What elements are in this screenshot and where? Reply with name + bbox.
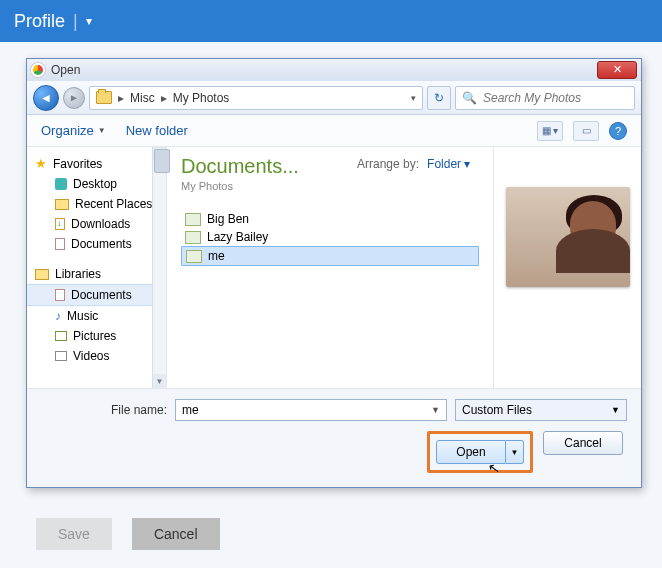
dialog-title: Open bbox=[51, 63, 591, 77]
filename-label: File name: bbox=[41, 403, 167, 417]
file-name: Lazy Bailey bbox=[207, 230, 268, 244]
preview-figure bbox=[570, 201, 616, 247]
open-dialog: Open ✕ ◄ ► ▸ Misc ▸ My Photos ▾ ↻ 🔍 Orga… bbox=[26, 58, 642, 488]
sidebar-scrollbar[interactable]: ▲ ▼ bbox=[152, 147, 166, 388]
titlebar: Open ✕ bbox=[27, 59, 641, 81]
page-button-row: Save Cancel bbox=[36, 518, 220, 550]
profile-label: Profile bbox=[14, 11, 65, 32]
image-icon bbox=[186, 250, 202, 263]
recent-icon bbox=[55, 199, 69, 210]
new-folder-button[interactable]: New folder bbox=[126, 123, 188, 138]
dialog-cancel-button[interactable]: Cancel bbox=[543, 431, 623, 455]
image-icon bbox=[185, 231, 201, 244]
sidebar: ★ Favorites Desktop Recent Places Downlo… bbox=[27, 147, 167, 388]
filename-combo[interactable]: me ▼ bbox=[175, 399, 447, 421]
libraries-label: Libraries bbox=[55, 267, 101, 281]
arrange-label: Arrange by: bbox=[357, 157, 419, 171]
breadcrumb-sep: ▸ bbox=[161, 91, 167, 105]
arrange-value[interactable]: Folder ▾ bbox=[427, 157, 470, 171]
chevron-down-icon[interactable]: ▼ bbox=[611, 405, 620, 415]
search-input[interactable] bbox=[483, 91, 628, 105]
back-button[interactable]: ◄ bbox=[33, 85, 59, 111]
breadcrumb-part[interactable]: Misc bbox=[130, 91, 155, 105]
chrome-icon bbox=[31, 63, 45, 77]
file-item[interactable]: Lazy Bailey bbox=[181, 228, 479, 246]
videos-icon bbox=[55, 351, 67, 361]
sidebar-item-documents[interactable]: Documents bbox=[27, 234, 166, 254]
file-row: File name: me ▼ Custom Files ▼ Open ▼ ↖ … bbox=[27, 388, 641, 487]
sidebar-item-lib-documents[interactable]: Documents bbox=[27, 284, 166, 306]
divider: | bbox=[73, 11, 78, 32]
sidebar-item-label: Documents bbox=[71, 237, 132, 251]
organize-menu[interactable]: Organize ▼ bbox=[41, 123, 106, 138]
arrange-value-text: Folder bbox=[427, 157, 461, 171]
open-dropdown[interactable]: ▼ bbox=[506, 440, 524, 464]
favorites-group: ★ Favorites Desktop Recent Places Downlo… bbox=[27, 153, 166, 254]
cancel-button[interactable]: Cancel bbox=[132, 518, 220, 550]
download-icon bbox=[55, 218, 65, 230]
file-list: Documents... My Photos Big Ben Lazy Bail… bbox=[167, 147, 493, 388]
help-icon[interactable]: ? bbox=[609, 122, 627, 140]
preview-pane-button[interactable]: ▭ bbox=[573, 121, 599, 141]
file-name: me bbox=[208, 249, 225, 263]
files: Big Ben Lazy Bailey me bbox=[181, 210, 479, 266]
dialog-body: ★ Favorites Desktop Recent Places Downlo… bbox=[27, 147, 641, 388]
preview-image bbox=[506, 187, 630, 287]
close-icon[interactable]: ✕ bbox=[597, 61, 637, 79]
sidebar-item-lib-videos[interactable]: Videos bbox=[27, 346, 166, 366]
folder-icon bbox=[96, 91, 112, 104]
desktop-icon bbox=[55, 178, 67, 190]
breadcrumb[interactable]: ▸ Misc ▸ My Photos ▾ bbox=[89, 86, 423, 110]
star-icon: ★ bbox=[35, 156, 47, 171]
sidebar-item-label: Desktop bbox=[73, 177, 117, 191]
scroll-down-icon[interactable]: ▼ bbox=[153, 374, 166, 388]
libraries-icon bbox=[35, 269, 49, 280]
save-button[interactable]: Save bbox=[36, 518, 112, 550]
sidebar-item-lib-music[interactable]: ♪Music bbox=[27, 306, 166, 326]
breadcrumb-sep: ▸ bbox=[118, 91, 124, 105]
sidebar-item-label: Documents bbox=[71, 288, 132, 302]
sidebar-item-label: Videos bbox=[73, 349, 109, 363]
favorites-header[interactable]: ★ Favorites bbox=[27, 153, 166, 174]
chevron-down-icon[interactable]: ▼ bbox=[431, 405, 440, 415]
file-item-selected[interactable]: me bbox=[181, 246, 479, 266]
chevron-down-icon[interactable]: ▾ bbox=[86, 14, 92, 28]
main-area: Documents... My Photos Big Ben Lazy Bail… bbox=[167, 147, 641, 388]
scroll-thumb[interactable] bbox=[154, 149, 170, 173]
forward-button: ► bbox=[63, 87, 85, 109]
search-box[interactable]: 🔍 bbox=[455, 86, 635, 110]
breadcrumb-dropdown-icon[interactable]: ▾ bbox=[411, 93, 416, 103]
preview-pane bbox=[493, 147, 641, 388]
open-button[interactable]: Open bbox=[436, 440, 506, 464]
libraries-header[interactable]: Libraries bbox=[27, 264, 166, 284]
music-icon: ♪ bbox=[55, 309, 61, 323]
refresh-button[interactable]: ↻ bbox=[427, 86, 451, 110]
sidebar-item-desktop[interactable]: Desktop bbox=[27, 174, 166, 194]
toolbar-right: ▦ ▾ ▭ ? bbox=[537, 121, 627, 141]
open-highlight: Open ▼ ↖ bbox=[427, 431, 533, 473]
search-icon: 🔍 bbox=[462, 91, 477, 105]
libraries-group: Libraries Documents ♪Music Pictures Vide… bbox=[27, 264, 166, 366]
library-subtitle: My Photos bbox=[181, 180, 479, 192]
profile-header: Profile | ▾ bbox=[0, 0, 662, 42]
sidebar-item-downloads[interactable]: Downloads bbox=[27, 214, 166, 234]
sidebar-item-lib-pictures[interactable]: Pictures bbox=[27, 326, 166, 346]
sidebar-item-label: Pictures bbox=[73, 329, 116, 343]
chevron-down-icon: ▼ bbox=[98, 126, 106, 135]
filename-value: me bbox=[182, 403, 199, 417]
address-bar: ◄ ► ▸ Misc ▸ My Photos ▾ ↻ 🔍 bbox=[27, 81, 641, 115]
organize-label: Organize bbox=[41, 123, 94, 138]
favorites-label: Favorites bbox=[53, 157, 102, 171]
sidebar-item-label: Downloads bbox=[71, 217, 130, 231]
dialog-buttons: Open ▼ ↖ Cancel bbox=[41, 431, 627, 473]
sidebar-item-recent[interactable]: Recent Places bbox=[27, 194, 166, 214]
view-mode-button[interactable]: ▦ ▾ bbox=[537, 121, 563, 141]
toolbar: Organize ▼ New folder ▦ ▾ ▭ ? bbox=[27, 115, 641, 147]
image-icon bbox=[185, 213, 201, 226]
file-name: Big Ben bbox=[207, 212, 249, 226]
filter-combo[interactable]: Custom Files ▼ bbox=[455, 399, 627, 421]
sidebar-item-label: Music bbox=[67, 309, 98, 323]
sidebar-item-label: Recent Places bbox=[75, 197, 152, 211]
breadcrumb-part[interactable]: My Photos bbox=[173, 91, 230, 105]
file-item[interactable]: Big Ben bbox=[181, 210, 479, 228]
